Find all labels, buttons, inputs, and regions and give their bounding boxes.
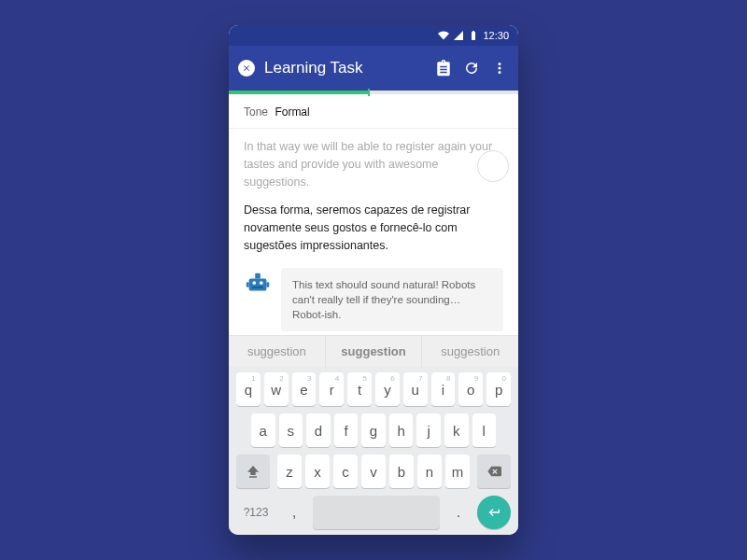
key-i[interactable]: i8 [431, 372, 456, 406]
cell-signal-icon [453, 30, 464, 41]
kbd-row-1: q1 w2 e3 r4 t5 y6 u7 i8 o9 p0 [233, 372, 514, 406]
key-d[interactable]: d [306, 413, 331, 447]
status-time: 12:30 [483, 30, 509, 41]
key-v[interactable]: v [361, 455, 386, 488]
tone-label: Tone [244, 105, 268, 119]
key-u[interactable]: u7 [403, 372, 428, 406]
key-b[interactable]: b [389, 455, 414, 488]
key-w[interactable]: w2 [264, 372, 289, 406]
key-enter[interactable] [477, 496, 511, 529]
more-button[interactable] [490, 59, 509, 77]
key-f[interactable]: f [334, 413, 359, 447]
keyboard: q1 w2 e3 r4 t5 y6 u7 i8 o9 p0 a s d f g … [229, 367, 518, 535]
kbd-row-3: z x c v b n m [233, 455, 514, 488]
close-icon [242, 63, 251, 73]
source-text: In that way we will be able to register … [244, 138, 503, 190]
key-x[interactable]: x [305, 455, 330, 488]
app-bar: Learning Task [229, 46, 518, 91]
robot-icon [244, 270, 272, 298]
suggestion-3[interactable]: suggestion [422, 336, 518, 367]
refresh-icon [463, 60, 480, 77]
page-title: Learning Task [264, 59, 425, 77]
key-symbols[interactable]: ?123 [236, 496, 275, 529]
svg-rect-2 [247, 282, 249, 287]
svg-rect-1 [255, 273, 261, 278]
svg-rect-0 [249, 278, 267, 290]
key-a[interactable]: a [251, 413, 275, 447]
kbd-row-2: a s d f g h j k l [233, 413, 514, 447]
suggestion-1[interactable]: suggestion [229, 336, 326, 367]
key-q[interactable]: q1 [236, 372, 261, 406]
clipboard-button[interactable] [434, 59, 453, 77]
svg-point-4 [252, 281, 256, 285]
key-backspace[interactable] [477, 455, 511, 488]
key-k[interactable]: k [444, 413, 469, 447]
key-o[interactable]: o9 [458, 372, 483, 406]
suggestion-bar: suggestion suggestion suggestion [229, 335, 518, 367]
divider [229, 128, 518, 129]
key-comma[interactable]: , [281, 496, 307, 529]
hint-row: This text should sound natural! Robots c… [244, 268, 503, 331]
hint-bubble: This text should sound natural! Robots c… [281, 268, 503, 331]
key-t[interactable]: t5 [347, 372, 372, 406]
kbd-row-4: ?123 , . [233, 496, 514, 529]
backspace-icon [486, 464, 501, 479]
enter-icon [486, 505, 501, 520]
key-y[interactable]: y6 [375, 372, 400, 406]
key-period[interactable]: . [445, 496, 472, 529]
key-j[interactable]: j [416, 413, 441, 447]
key-s[interactable]: s [279, 413, 303, 447]
battery-icon [468, 30, 479, 41]
target-text[interactable]: Dessa forma, seremos capazes de registra… [244, 202, 503, 254]
shift-icon [246, 464, 261, 479]
key-n[interactable]: n [417, 455, 442, 488]
close-button[interactable] [238, 60, 255, 77]
key-z[interactable]: z [277, 455, 302, 488]
key-g[interactable]: g [361, 413, 386, 447]
svg-rect-3 [266, 282, 269, 287]
wifi-icon [438, 30, 449, 41]
phone-frame: 12:30 Learning Task Tone Formal In that … [229, 25, 518, 535]
key-space[interactable] [313, 496, 440, 529]
clipboard-icon [435, 60, 452, 77]
key-m[interactable]: m [445, 455, 470, 488]
key-e[interactable]: e3 [292, 372, 317, 406]
key-h[interactable]: h [389, 413, 414, 447]
tone-row: Tone Formal [244, 105, 503, 119]
svg-point-5 [260, 281, 263, 285]
suggestion-2[interactable]: suggestion [326, 336, 423, 367]
key-p[interactable]: p0 [486, 372, 511, 406]
svg-rect-6 [252, 286, 262, 287]
key-shift[interactable] [236, 455, 270, 488]
status-bar: 12:30 [229, 25, 518, 46]
content-area: Tone Formal In that way we will be able … [229, 94, 518, 335]
tone-value: Formal [275, 105, 309, 119]
key-c[interactable]: c [333, 455, 358, 488]
more-vert-icon [491, 60, 508, 77]
key-l[interactable]: l [472, 413, 497, 447]
refresh-button[interactable] [462, 59, 481, 77]
key-r[interactable]: r4 [319, 372, 344, 406]
